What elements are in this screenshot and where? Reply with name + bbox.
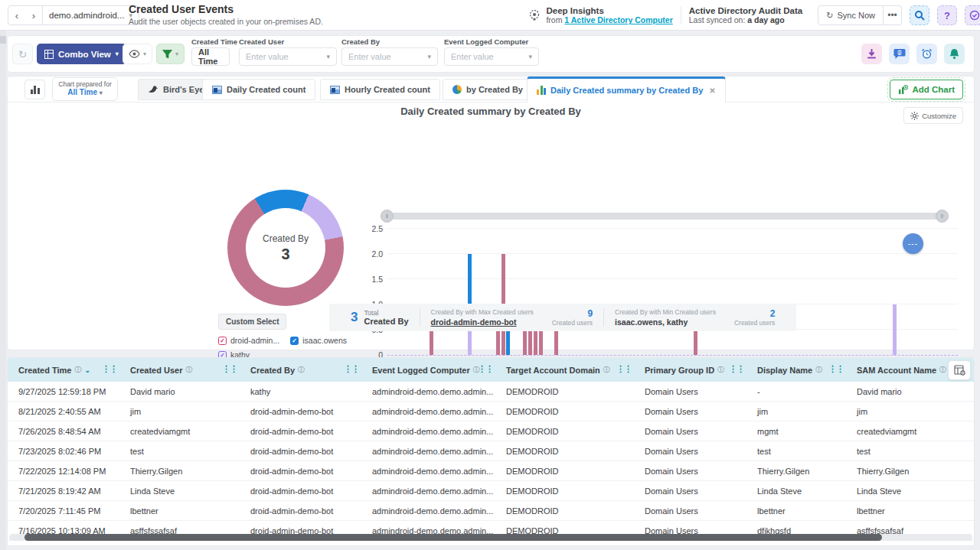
column-header[interactable]: Created Userⓘ⋮⋮ (119, 358, 240, 382)
table-cell: David mario (846, 382, 962, 401)
donut-chart[interactable]: Created By 3 (227, 190, 344, 306)
bar[interactable] (430, 229, 433, 355)
table-cell: admindroid-demo.demo.admin... (361, 461, 495, 480)
column-resize-handle[interactable]: ⋮⋮ (222, 364, 237, 374)
tenant-dropdown[interactable]: demo.admindroid... ▾ (42, 6, 139, 24)
bar[interactable] (893, 229, 897, 355)
date-range-slider[interactable]: ‖ ‖ (387, 213, 942, 220)
chevron-down-icon: ▾ (116, 50, 119, 57)
event-logged-computer-filter[interactable]: Enter value▾ (444, 47, 539, 66)
max-created-by-link[interactable]: droid-admin-demo-bot (431, 317, 534, 327)
legend-checkbox-icon[interactable]: ✓ (290, 337, 299, 345)
legend-label: isaac.owens (302, 336, 347, 345)
bar[interactable] (496, 229, 500, 355)
column-visibility-button[interactable]: ▾ (122, 44, 152, 64)
add-chart-icon (898, 85, 908, 95)
chart-list-button[interactable] (24, 80, 45, 99)
help-button[interactable]: ? (937, 5, 957, 25)
created-by-filter[interactable]: Enter value▾ (341, 47, 438, 66)
page-subtitle: Audit the user objects created in your o… (129, 17, 323, 26)
created-user-filter[interactable]: Enter value▾ (239, 47, 337, 66)
filter-toolbar: ↻ Combo View ▾ ▾ ▾ Created Time All Time… (8, 36, 974, 72)
column-header[interactable]: Primary Group IDⓘ⋮⋮ (634, 358, 746, 382)
table-cell: droid-admin-demo-bot (240, 421, 361, 441)
column-header-label: Target Account Domain (506, 366, 600, 375)
bar[interactable] (523, 229, 527, 355)
column-resize-handle[interactable]: ⋮⋮ (828, 364, 844, 374)
chart-menu-fab[interactable]: --- (903, 233, 923, 254)
tab-daily-created-summary[interactable]: Daily Created summary by Created By ✕ (527, 76, 726, 103)
add-chart-button[interactable]: Add Chart (890, 80, 963, 99)
column-resize-handle[interactable]: ⋮⋮ (344, 364, 359, 374)
view-mode-button[interactable]: Combo View ▾ (37, 44, 126, 64)
bar[interactable] (554, 229, 558, 355)
top-header: ‹ › demo.admindroid... ▾ Created User Ev… (0, 0, 980, 31)
schedule-button[interactable] (916, 44, 937, 64)
table-row[interactable]: 7/22/2025 12:14:08 PMThierry.Gilgendroid… (8, 461, 974, 481)
table-cell: Domain Users (634, 421, 746, 441)
column-resize-handle[interactable]: ⋮⋮ (616, 364, 632, 374)
horizontal-scrollbar-thumb[interactable] (24, 534, 882, 541)
global-search-button[interactable] (910, 5, 929, 25)
bar-segment[interactable] (893, 304, 897, 355)
table-row[interactable]: 7/23/2025 8:02:46 PMtestdroid-admin-demo… (8, 441, 974, 461)
page-title-block: Created User Events Audit the user objec… (129, 3, 323, 26)
table-row[interactable]: 9/27/2025 12:59:18 PMDavid mariokathyadm… (8, 382, 974, 402)
column-header[interactable]: Created Timeⓘ⌄⋮⋮ (8, 358, 119, 382)
column-settings-button[interactable] (948, 360, 971, 380)
table-row[interactable]: 7/26/2025 8:48:54 AMcreatedviamgmtdroid-… (8, 421, 974, 441)
feedback-button[interactable] (889, 44, 910, 64)
bar[interactable] (539, 229, 543, 355)
table-row[interactable]: 7/21/2025 8:19:42 AMLinda Stevedroid-adm… (8, 481, 974, 501)
tasks-button[interactable] (965, 5, 980, 25)
table-cell: Thierry.Gilgen (746, 461, 846, 480)
tab-hourly-created-count[interactable]: Hourly Created count (320, 79, 440, 100)
filter-button[interactable]: ▾ (156, 44, 185, 64)
slider-handle-right[interactable]: ‖ (936, 210, 949, 223)
custom-select-button[interactable]: Custom Select (218, 314, 286, 330)
bar[interactable] (501, 229, 505, 355)
table-row[interactable]: 8/21/2025 2:40:55 AMjimdroid-admin-demo-… (8, 402, 974, 421)
slider-handle-left[interactable]: ‖ (381, 210, 394, 223)
export-button[interactable] (861, 44, 882, 64)
bar[interactable] (534, 229, 537, 355)
horizontal-scrollbar-track[interactable] (9, 534, 972, 541)
column-header[interactable]: Created Byⓘ⋮⋮ (240, 358, 361, 382)
nav-forward-icon[interactable]: › (25, 6, 42, 24)
tab-by-created-by[interactable]: by Created By (443, 79, 533, 100)
column-header[interactable]: SAM Account Nameⓘ⋮⋮ (846, 358, 962, 382)
table-gear-icon (954, 365, 965, 376)
tab-daily-created-count[interactable]: Daily Created count (202, 79, 315, 100)
column-header[interactable]: Display Nameⓘ⋮⋮ (746, 358, 846, 382)
column-header[interactable]: Target Account Domainⓘ⋮⋮ (495, 358, 634, 382)
bar-segment[interactable] (468, 254, 472, 304)
legend-checkbox-icon[interactable]: ✓ (218, 337, 227, 345)
bar[interactable] (468, 229, 472, 355)
column-resize-handle[interactable]: ⋮⋮ (478, 364, 493, 374)
bar[interactable] (694, 229, 697, 355)
bar[interactable] (506, 229, 510, 355)
column-resize-handle[interactable]: ⋮⋮ (729, 364, 744, 374)
column-header[interactable]: Event Logged Computerⓘ⋮⋮ (361, 358, 495, 382)
reset-filters-button[interactable]: ↻ (12, 44, 33, 64)
table-cell: 7/22/2025 12:14:08 PM (8, 461, 119, 480)
nav-back-icon[interactable]: ‹ (8, 6, 25, 24)
info-icon: ⓘ (185, 365, 192, 375)
bell-icon (949, 48, 959, 60)
ad-computer-link[interactable]: 1 Active Directory Computer (564, 15, 672, 24)
legend-item[interactable]: ✓isaac.owens (290, 336, 347, 345)
bar[interactable] (528, 229, 532, 355)
table-cell: createdviamgmt (119, 421, 240, 441)
chart-prepared-for-button[interactable]: Chart prepared for All Time ▾ (52, 77, 118, 101)
sync-now-button[interactable]: ↻ Sync Now (818, 5, 884, 25)
table-row[interactable]: 7/20/2025 7:11:45 PMlbettnerdroid-admin-… (8, 501, 974, 521)
alerts-button[interactable] (944, 44, 965, 64)
sync-more-button[interactable]: ••• (884, 5, 902, 25)
table-cell: droid-admin-demo-bot (240, 461, 361, 480)
bar-chart-plot: 00.51.01.52.02.5 (387, 229, 958, 356)
legend-item[interactable]: ✓droid-admin... (218, 336, 279, 345)
created-time-filter[interactable]: All Time (191, 47, 230, 66)
sort-desc-icon[interactable]: ⌄ (85, 366, 91, 374)
column-resize-handle[interactable]: ⋮⋮ (102, 364, 117, 374)
close-tab-icon[interactable]: ✕ (709, 86, 715, 95)
